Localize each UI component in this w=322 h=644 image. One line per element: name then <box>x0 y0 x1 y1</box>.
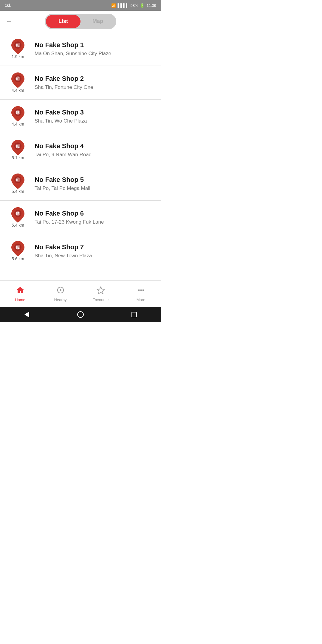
distance-text: 1.9 km <box>12 54 24 59</box>
shop-name: No Fake Shop 4 <box>35 142 92 150</box>
shop-distance-col: IE 4.4 km <box>6 72 30 93</box>
time-text: 11:39 <box>146 3 156 8</box>
shop-list: IE 1.9 km No Fake Shop 1 Ma On Shan, Sun… <box>0 32 161 280</box>
shop-address: Tai Po, Tai Po Mega Mall <box>35 185 90 191</box>
battery-pct: 98% <box>130 3 138 8</box>
nav-item-more[interactable]: More <box>121 286 161 302</box>
shop-info: No Fake Shop 4 Tai Po, 9 Nam Wan Road <box>35 142 92 158</box>
location-pin-icon: IE <box>11 39 24 54</box>
distance-text: 4.4 km <box>12 122 24 126</box>
favourite-nav-label: Favourite <box>92 298 109 302</box>
shop-distance-col: IE 5.4 km <box>6 207 30 227</box>
shop-item[interactable]: IE 1.9 km No Fake Shop 1 Ma On Shan, Sun… <box>0 32 161 66</box>
shop-item[interactable]: IE 5.4 km No Fake Shop 6 Tai Po, 17-23 K… <box>0 201 161 234</box>
shop-info: No Fake Shop 6 Tai Po, 17-23 Kwong Fuk L… <box>35 210 104 225</box>
nav-item-nearby[interactable]: Nearby <box>40 286 80 302</box>
svg-point-24 <box>138 289 140 291</box>
shop-item[interactable]: IE 4.4 km No Fake Shop 3 Sha Tin, Wo Che… <box>0 100 161 133</box>
shop-name: No Fake Shop 3 <box>35 109 87 116</box>
svg-marker-23 <box>97 287 104 294</box>
shop-address: Sha Tin, Wo Che Plaza <box>35 118 87 124</box>
home-system-button[interactable] <box>75 309 86 321</box>
status-right: 📶 ▌▌▌▌ 98% 🔋 11:39 <box>111 3 156 8</box>
signal-icon: ▌▌▌▌ <box>118 3 129 8</box>
nav-item-home[interactable]: Home <box>0 286 40 302</box>
shop-info: No Fake Shop 7 Sha Tin, New Town Plaza <box>35 243 92 259</box>
shop-address: Ma On Shan, Sunshine City Plaze <box>35 51 111 57</box>
battery-icon: 🔋 <box>140 3 145 8</box>
shop-item[interactable]: IE 4.4 km No Fake Shop 2 Sha Tin, Fortun… <box>0 66 161 100</box>
location-pin-icon: IE <box>11 140 24 155</box>
svg-text:IE: IE <box>16 245 19 250</box>
carrier-text: csl. <box>5 3 11 8</box>
svg-text:IE: IE <box>16 144 19 148</box>
recents-system-button[interactable] <box>128 309 140 321</box>
shop-name: No Fake Shop 1 <box>35 41 111 49</box>
view-toggle: List Map <box>45 14 116 29</box>
nav-item-favourite[interactable]: Favourite <box>80 286 121 302</box>
list-toggle-button[interactable]: List <box>46 15 80 28</box>
more-nav-label: More <box>137 298 145 302</box>
more-nav-icon <box>137 286 145 296</box>
svg-text:IE: IE <box>16 178 19 182</box>
shop-item[interactable]: IE 5.1 km No Fake Shop 4 Tai Po, 9 Nam W… <box>0 133 161 167</box>
shop-distance-col: IE 4.4 km <box>6 106 30 126</box>
shop-address: Sha Tin, New Town Plaza <box>35 253 92 259</box>
home-nav-label: Home <box>15 298 25 302</box>
back-system-button[interactable] <box>21 309 33 321</box>
location-pin-icon: IE <box>11 241 24 256</box>
location-pin-icon: IE <box>11 106 24 122</box>
location-pin-icon: IE <box>11 207 24 223</box>
back-triangle-icon <box>24 312 29 318</box>
shop-info: No Fake Shop 3 Sha Tin, Wo Che Plaza <box>35 109 87 124</box>
svg-point-26 <box>142 289 144 291</box>
status-bar: csl. 📶 ▌▌▌▌ 98% 🔋 11:39 <box>0 0 161 11</box>
shop-item[interactable]: IE 5.4 km No Fake Shop 5 Tai Po, Tai Po … <box>0 167 161 201</box>
shop-address: Tai Po, 9 Nam Wan Road <box>35 152 92 158</box>
header: ← List Map <box>0 11 161 32</box>
favourite-nav-icon <box>97 286 105 296</box>
svg-point-25 <box>140 289 142 291</box>
distance-text: 5.1 km <box>12 155 24 160</box>
shop-address: Sha Tin, Fortune City One <box>35 84 93 90</box>
back-arrow-icon: ← <box>6 18 13 25</box>
distance-text: 5.6 km <box>12 256 24 261</box>
shop-distance-col: IE 5.1 km <box>6 140 30 160</box>
home-nav-icon <box>16 286 24 296</box>
shop-name: No Fake Shop 5 <box>35 176 90 184</box>
map-toggle-button[interactable]: Map <box>80 15 115 28</box>
shop-name: No Fake Shop 6 <box>35 210 104 217</box>
nearby-nav-label: Nearby <box>54 298 67 302</box>
svg-point-22 <box>60 289 61 291</box>
back-button[interactable]: ← <box>6 18 13 25</box>
svg-text:IE: IE <box>16 43 19 47</box>
recents-square-icon <box>131 312 137 317</box>
shop-info: No Fake Shop 2 Sha Tin, Fortune City One <box>35 75 93 90</box>
shop-distance-col: IE 1.9 km <box>6 39 30 59</box>
shop-info: No Fake Shop 5 Tai Po, Tai Po Mega Mall <box>35 176 90 191</box>
system-nav-bar <box>0 307 161 322</box>
shop-item[interactable]: IE 5.6 km No Fake Shop 7 Sha Tin, New To… <box>0 234 161 268</box>
bottom-nav: Home Nearby Favourite More <box>0 280 161 307</box>
home-circle-icon <box>77 311 84 318</box>
svg-text:IE: IE <box>16 111 19 115</box>
distance-text: 5.4 km <box>12 189 24 194</box>
wifi-icon: 📶 <box>111 3 116 8</box>
distance-text: 5.4 km <box>12 223 24 227</box>
location-pin-icon: IE <box>11 72 24 88</box>
shop-info: No Fake Shop 1 Ma On Shan, Sunshine City… <box>35 41 111 57</box>
nearby-nav-icon <box>56 286 65 296</box>
location-pin-icon: IE <box>11 174 24 189</box>
shop-distance-col: IE 5.4 km <box>6 174 30 194</box>
distance-text: 4.4 km <box>12 88 24 93</box>
shop-distance-col: IE 5.6 km <box>6 241 30 261</box>
svg-text:IE: IE <box>16 212 19 216</box>
shop-address: Tai Po, 17-23 Kwong Fuk Lane <box>35 219 104 225</box>
svg-text:IE: IE <box>16 77 19 81</box>
shop-name: No Fake Shop 7 <box>35 243 92 251</box>
shop-name: No Fake Shop 2 <box>35 75 93 83</box>
